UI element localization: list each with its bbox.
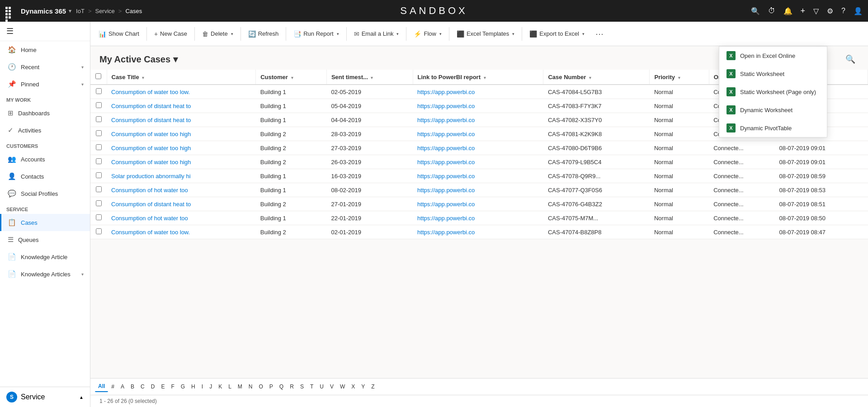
col-case-number[interactable]: Case Number ▾ xyxy=(543,70,650,85)
alpha-btn-a[interactable]: A xyxy=(118,382,127,392)
alpha-btn-e[interactable]: E xyxy=(158,382,168,392)
add-icon[interactable]: + xyxy=(801,6,806,16)
bell-icon[interactable]: 🔔 xyxy=(783,7,793,15)
sidebar-item-home[interactable]: 🏠 Home xyxy=(0,41,90,58)
alpha-btn-k[interactable]: K xyxy=(215,382,225,392)
case-title-cell[interactable]: Consumption of hot water too xyxy=(107,183,256,197)
row-checkbox[interactable] xyxy=(90,113,107,127)
alpha-btn-t[interactable]: T xyxy=(307,382,316,392)
powerbi-link-cell[interactable]: https://app.powerbi.co xyxy=(413,197,543,211)
more-options-button[interactable]: ⋯ xyxy=(592,27,607,41)
alpha-btn-h[interactable]: H xyxy=(188,382,198,392)
sidebar-item-activities[interactable]: ✓ Activities xyxy=(0,122,90,139)
alpha-btn-d[interactable]: D xyxy=(148,382,158,392)
powerbi-link-cell[interactable]: https://app.powerbi.co xyxy=(413,155,543,169)
alpha-btn-r[interactable]: R xyxy=(287,382,297,392)
nav-service[interactable]: Service xyxy=(95,8,114,14)
alpha-btn-i[interactable]: I xyxy=(198,382,206,392)
alpha-btn-f[interactable]: F xyxy=(168,382,177,392)
help-icon[interactable]: ? xyxy=(841,7,845,15)
export-excel-button[interactable]: ⬛ Export to Excel ▾ xyxy=(525,28,589,40)
row-checkbox[interactable] xyxy=(90,127,107,141)
sidebar-item-pinned[interactable]: 📌 Pinned ▾ xyxy=(0,76,90,93)
excel-dropdown-item[interactable]: X Static Worksheet (Page only) xyxy=(719,83,827,101)
alpha-btn-w[interactable]: W xyxy=(337,382,348,392)
alpha-btn-q[interactable]: Q xyxy=(276,382,287,392)
alpha-btn-u[interactable]: U xyxy=(316,382,327,392)
alpha-btn-l[interactable]: L xyxy=(225,382,235,392)
row-checkbox[interactable] xyxy=(90,183,107,197)
row-checkbox[interactable] xyxy=(90,155,107,169)
delete-button[interactable]: 🗑 Delete ▾ xyxy=(198,28,238,40)
row-checkbox[interactable] xyxy=(90,169,107,183)
case-title-cell[interactable]: Consumption of water too high xyxy=(107,155,256,169)
alpha-btn-j[interactable]: J xyxy=(206,382,215,392)
col-sent-timestamp[interactable]: Sent timest... ▾ xyxy=(326,70,413,85)
search-icon[interactable]: 🔍 xyxy=(751,7,760,15)
row-checkbox[interactable] xyxy=(90,225,107,239)
alpha-btn-c[interactable]: C xyxy=(137,382,148,392)
sidebar-item-queues[interactable]: ☰ Queues xyxy=(0,231,90,248)
table-search-icon[interactable]: 🔍 xyxy=(842,52,859,66)
alpha-btn-s[interactable]: S xyxy=(297,382,307,392)
col-customer[interactable]: Customer ▾ xyxy=(256,70,327,85)
alpha-btn-m[interactable]: M xyxy=(235,382,245,392)
checkmark-icon[interactable]: ⏱ xyxy=(768,7,775,15)
alpha-btn-v[interactable]: V xyxy=(327,382,337,392)
alpha-btn-all[interactable]: All xyxy=(95,381,108,392)
alpha-btn-b[interactable]: B xyxy=(127,382,137,392)
sidebar-item-social-profiles[interactable]: 💬 Social Profiles xyxy=(0,185,90,202)
row-checkbox[interactable] xyxy=(90,85,107,99)
row-checkbox[interactable] xyxy=(90,141,107,155)
alpha-btn-g[interactable]: G xyxy=(178,382,188,392)
brand-logo[interactable]: Dynamics 365 ▾ xyxy=(21,7,71,15)
view-title[interactable]: My Active Cases ▾ xyxy=(99,54,178,65)
case-title-cell[interactable]: Consumption of distant heat to xyxy=(107,99,256,113)
powerbi-link-cell[interactable]: https://app.powerbi.co xyxy=(413,141,543,155)
row-checkbox[interactable] xyxy=(90,211,107,225)
powerbi-link-cell[interactable]: https://app.powerbi.co xyxy=(413,169,543,183)
flow-button[interactable]: ⚡ Flow ▾ xyxy=(409,28,446,40)
sidebar-footer-service[interactable]: S Service ▲ xyxy=(0,387,90,407)
header-checkbox[interactable] xyxy=(95,73,101,79)
col-case-title[interactable]: Case Title ▾ xyxy=(107,70,256,85)
case-title-cell[interactable]: Consumption of water too high xyxy=(107,141,256,155)
excel-templates-button[interactable]: ⬛ Excel Templates ▾ xyxy=(452,28,519,40)
row-checkbox[interactable] xyxy=(90,99,107,113)
nav-iot[interactable]: IoT xyxy=(76,8,85,14)
sidebar-item-knowledge-article[interactable]: 📄 Knowledge Article xyxy=(0,248,90,265)
powerbi-link-cell[interactable]: https://app.powerbi.co xyxy=(413,99,543,113)
alpha-btn-n[interactable]: N xyxy=(245,382,256,392)
powerbi-link-cell[interactable]: https://app.powerbi.co xyxy=(413,113,543,127)
powerbi-link-cell[interactable]: https://app.powerbi.co xyxy=(413,211,543,225)
filter-icon[interactable]: ▽ xyxy=(813,7,819,15)
sidebar-item-recent[interactable]: 🕐 Recent ▾ xyxy=(0,58,90,76)
email-link-button[interactable]: ✉ Email a Link ▾ xyxy=(349,28,404,40)
settings-icon[interactable]: ⚙ xyxy=(827,7,833,15)
sidebar-item-contacts[interactable]: 👤 Contacts xyxy=(0,168,90,185)
excel-dropdown-item[interactable]: X Dynamic Worksheet xyxy=(719,101,827,119)
row-checkbox[interactable] xyxy=(90,197,107,211)
alpha-btn-x[interactable]: X xyxy=(348,382,358,392)
alpha-btn-z[interactable]: Z xyxy=(368,382,377,392)
new-case-button[interactable]: + New Case xyxy=(150,28,192,40)
case-title-cell[interactable]: Consumption of water too high xyxy=(107,127,256,141)
sidebar-item-cases[interactable]: 📋 Cases xyxy=(0,214,90,231)
run-report-button[interactable]: 📑 Run Report ▾ xyxy=(289,28,343,40)
case-title-cell[interactable]: Consumption of distant heat to xyxy=(107,113,256,127)
nav-cases[interactable]: Cases xyxy=(125,8,142,14)
case-title-cell[interactable]: Consumption of water too low. xyxy=(107,85,256,99)
excel-dropdown-item[interactable]: X Open in Excel Online xyxy=(719,47,827,65)
user-icon[interactable]: 👤 xyxy=(854,7,863,15)
powerbi-link-cell[interactable]: https://app.powerbi.co xyxy=(413,183,543,197)
powerbi-link-cell[interactable]: https://app.powerbi.co xyxy=(413,127,543,141)
col-powerbi-link[interactable]: Link to PowerBI report ▾ xyxy=(413,70,543,85)
excel-dropdown-item[interactable]: X Dynamic PivotTable xyxy=(719,119,827,137)
alpha-btn-y[interactable]: Y xyxy=(358,382,368,392)
case-title-cell[interactable]: Consumption of water too low. xyxy=(107,225,256,239)
show-chart-button[interactable]: 📊 Show Chart xyxy=(94,28,144,40)
col-priority[interactable]: Priority ▾ xyxy=(650,70,709,85)
alpha-btn-#[interactable]: # xyxy=(108,382,118,392)
excel-dropdown-item[interactable]: X Static Worksheet xyxy=(719,65,827,83)
waffle-icon[interactable] xyxy=(5,7,14,15)
